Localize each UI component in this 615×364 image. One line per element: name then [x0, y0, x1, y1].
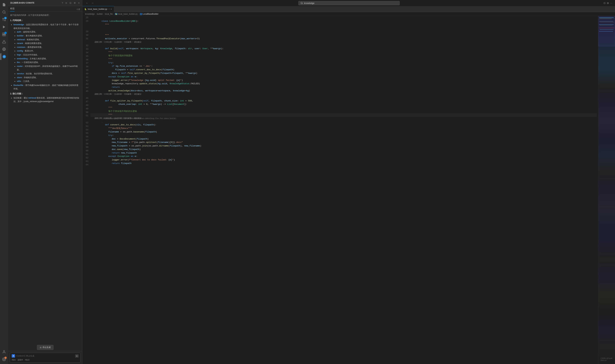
- code-line-30: activate_executor = concurrent.futures.T…: [90, 34, 597, 37]
- tab-bar: 🐍 local_base_builder.py 2 ×: [82, 6, 615, 12]
- item-text: knowledge：这是主要的应用逻辑目录，包含了多个子目录，每个子目录都有其特…: [14, 23, 79, 29]
- breadcrumb-local-file[interactable]: local_file: [105, 13, 113, 15]
- title-search: knowledge: [298, 1, 400, 5]
- code-structure-list: knowledge：这是主要的应用逻辑目录，包含了多个子目录，每个子目录都有其特…: [10, 23, 80, 91]
- back-button[interactable]: ←: [85, 1, 89, 5]
- code-line-37: if kg.file_extension == '.doc':: [90, 61, 597, 65]
- breadcrumb-file[interactable]: 🐍 local_base_builder.py: [115, 13, 138, 15]
- code-line-26: """: [90, 20, 597, 23]
- search-activity-icon[interactable]: [1, 9, 7, 15]
- plugin-hint[interactable]: @插件: [17, 359, 23, 361]
- chat-input[interactable]: [16, 355, 74, 357]
- code-content[interactable]: class LocalBaseBuilder(ABC): """ """ act…: [90, 16, 598, 364]
- svg-line-17: [302, 3, 303, 4]
- comate-icon[interactable]: C: [1, 53, 7, 60]
- line-num: 62: [86, 156, 88, 160]
- hint-func-comment-3[interactable]: 函数注释: [95, 117, 102, 119]
- hint-function-comment[interactable]: 函数注释: [95, 41, 102, 43]
- minimap-canvas: [598, 16, 615, 364]
- line-num: 55: [86, 132, 88, 135]
- hint-test-3[interactable]: 生成单测: [114, 117, 122, 119]
- hint-code-explain[interactable]: 代码解释: [124, 41, 131, 43]
- title-nav: ← →: [85, 1, 95, 5]
- hint-line-32: 函数注释 | 行间注释 | 生成单测 | 代码解释 | 调优建议: [90, 41, 597, 44]
- settings-icon[interactable]: 1: [1, 356, 7, 363]
- code-line-34: 每个子类实现的详细逻辑: [90, 51, 597, 54]
- svg-line-1: [5, 13, 5, 13]
- hint-func-comment-2[interactable]: 函数注释: [95, 93, 102, 95]
- line-num: 50: [86, 111, 88, 114]
- settings-badge: 1: [4, 357, 7, 359]
- hint-opt-3[interactable]: 调优建议: [134, 117, 141, 119]
- chat-input-area: 文 ➤ /指令 @插件 #知识: [8, 351, 82, 364]
- line-num: 57: [86, 139, 88, 142]
- baidu-logo: 文: [12, 354, 15, 358]
- svg-rect-8: [4, 35, 6, 36]
- avatar-icon[interactable]: [1, 349, 7, 355]
- line-num: 43: [86, 83, 88, 86]
- hint-generate-test[interactable]: 生成单测: [114, 41, 122, 43]
- split-editor-icon[interactable]: ⊞: [607, 2, 609, 4]
- problems-icon[interactable]: [1, 39, 7, 45]
- comate-logo: C: [2, 55, 6, 58]
- line-num: [86, 93, 88, 97]
- hint-inline-comment[interactable]: 行间注释: [104, 41, 112, 43]
- menu-icon[interactable]: ≡: [77, 1, 80, 5]
- chat-tab-dialog[interactable]: 对话: [10, 7, 14, 12]
- line-num: 54: [86, 128, 88, 132]
- list-item: utils：工具类。: [17, 79, 80, 83]
- svg-point-14: [3, 351, 5, 352]
- editor-tab-active[interactable]: 🐍 local_base_builder.py 2 ×: [82, 6, 114, 12]
- stop-generation-button[interactable]: ⊙ 停止生成: [37, 345, 54, 350]
- hint-bar-3: 函数注释 | 行间注释 | 生成单测 | 代码解释 | 调优建议: [91, 117, 141, 119]
- line-num: [86, 26, 88, 30]
- code-line-52: def convert_doc_to_docx(cls, filepath):: [90, 120, 597, 123]
- line-num: 33: [86, 48, 88, 51]
- breadcrumb-class-name: LocalBaseBuilder: [143, 13, 158, 15]
- breadcrumb-knowledge[interactable]: knowledge: [85, 13, 95, 15]
- code-line-46: def file_spliter_by_filepath(self, filep…: [90, 96, 597, 99]
- line-num: 47: [86, 100, 88, 104]
- knowledge-hint[interactable]: #知识: [25, 359, 29, 361]
- search-box[interactable]: knowledge: [298, 1, 400, 5]
- network-icon[interactable]: [1, 46, 7, 52]
- more-actions-icon[interactable]: ···: [610, 2, 612, 4]
- tab-close-button[interactable]: ×: [111, 8, 112, 11]
- help-icon[interactable]: ?: [61, 1, 64, 5]
- hint-opt-2[interactable]: 调优建议: [134, 93, 141, 95]
- line-num: 32: [86, 44, 88, 48]
- line-num: 38: [86, 65, 88, 69]
- breadcrumb-builder[interactable]: builder: [97, 13, 103, 15]
- hint-inline-2[interactable]: 行间注释: [104, 93, 112, 95]
- hint-explain-3[interactable]: 代码解释: [124, 117, 131, 119]
- code-line-50: """: [90, 110, 597, 113]
- line-num: 49: [86, 107, 88, 111]
- files-icon[interactable]: [1, 1, 7, 8]
- breadcrumb-sep-4: ›: [138, 13, 139, 15]
- code-editor: 25 26 29 30 31 32 33 34 35 36 37 38 39 4…: [82, 16, 615, 364]
- source-control-icon[interactable]: 15: [1, 16, 7, 23]
- line-num: 34: [86, 51, 88, 55]
- chat-side-label[interactable]: 小度: [76, 8, 80, 11]
- chat-send-button[interactable]: ➤: [75, 354, 79, 358]
- chat-input-row: 文 ➤: [12, 354, 79, 358]
- layout-icon[interactable]: ⊡: [69, 1, 72, 5]
- run-debug-icon[interactable]: [1, 24, 7, 30]
- extensions-icon[interactable]: [1, 31, 7, 38]
- forward-button[interactable]: →: [90, 1, 95, 5]
- line-num: [86, 23, 88, 27]
- circle-icon[interactable]: ⊙: [65, 1, 68, 5]
- breadcrumb-class[interactable]: ⬡ LocalBaseBuilder: [140, 13, 158, 15]
- gear-icon[interactable]: ⚙: [73, 1, 76, 5]
- line-num: 30: [86, 34, 88, 37]
- line-num: 56: [86, 135, 88, 139]
- hint-explain-2[interactable]: 代码解释: [124, 93, 131, 95]
- breadcrumb-sep-3: ›: [113, 13, 114, 15]
- command-hint[interactable]: /指令: [12, 359, 16, 361]
- hint-inline-3[interactable]: 行间注释: [104, 117, 112, 119]
- list-item: service：知识集、知识管理的逻辑封装。: [17, 72, 80, 76]
- hint-test-2[interactable]: 生成单测: [114, 93, 122, 95]
- svg-point-16: [301, 2, 302, 4]
- hint-optimize[interactable]: 调优建议: [134, 41, 141, 43]
- layout-panels-icon[interactable]: ⊡: [603, 2, 606, 4]
